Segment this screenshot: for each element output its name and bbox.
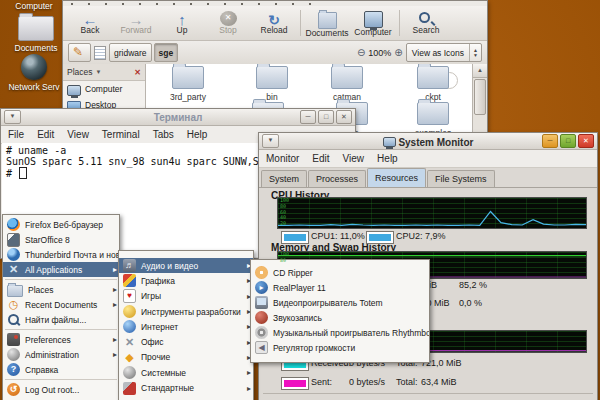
menu-main-item-7[interactable]: Найти файлы...	[3, 312, 119, 327]
minimize-button[interactable]: ─	[300, 110, 316, 124]
scrollbar-thumb[interactable]	[474, 79, 486, 115]
folder-icon	[417, 66, 449, 89]
scroll-up-icon[interactable]: ▲	[473, 64, 487, 78]
tab-resources[interactable]: Resources	[367, 168, 426, 187]
menu-audio-item-4[interactable]: Музыкальный проигрыватель Rhythmbox	[251, 325, 429, 340]
menu-apps-item-0[interactable]: Аудио и видео▸	[119, 258, 253, 273]
menu-main-item-6[interactable]: Recent Documents▸	[3, 297, 119, 312]
menu-apps-item-6[interactable]: Прочие▸	[119, 350, 253, 365]
desktop-icon-label: Computer	[15, 1, 52, 11]
menu-main-item-5[interactable]: Places▸	[3, 282, 119, 297]
monitor-menu-view[interactable]: View	[343, 153, 365, 164]
toolbar-button-stop[interactable]: Stop	[205, 11, 251, 35]
menu-main-item-0[interactable]: Firefox Веб-браузер	[3, 217, 119, 232]
graphics-icon	[123, 274, 136, 287]
back-icon	[82, 11, 99, 26]
close-button[interactable]: ✕	[578, 134, 594, 148]
monitor-menu-help[interactable]: Help	[377, 153, 398, 164]
menu-item-label: Интернет	[141, 322, 178, 332]
terminal-titlebar[interactable]: ▼ Терминал ─ □ ✕	[1, 109, 355, 126]
terminal-cursor	[19, 167, 27, 179]
menu-apps-item-2[interactable]: Игры▸	[119, 289, 253, 304]
minimize-button[interactable]: ─	[542, 134, 558, 148]
terminal-menu-edit[interactable]: Edit	[37, 129, 54, 140]
path-button-sge[interactable]: sge	[154, 43, 179, 62]
menu-main-item-11[interactable]: Справка	[3, 362, 119, 377]
menu-main-item-2[interactable]: Thunderbird Почта и новости	[3, 247, 119, 262]
toolbar-button-computer[interactable]: Computer	[350, 9, 396, 37]
recent-documents-icon	[7, 298, 20, 311]
toolbar-button-up[interactable]: Up	[159, 11, 205, 35]
notes-icon[interactable]	[94, 46, 106, 60]
maximize-button[interactable]: □	[318, 110, 334, 124]
edit-location-button[interactable]	[68, 43, 91, 62]
menu-apps-item-7[interactable]: Системные▸	[119, 365, 253, 380]
sidebar-item-computer[interactable]: Computer	[63, 81, 145, 97]
menu-apps-item-3[interactable]: Инструменты разработки▸	[119, 304, 253, 319]
monitor-menu-monitor[interactable]: Monitor	[266, 153, 299, 164]
tab-system[interactable]: System	[261, 170, 307, 187]
window-menu-icon[interactable]: ▼	[4, 110, 21, 124]
menu-audio-item-5[interactable]: Регулятор громкости	[251, 340, 429, 355]
submenu-arrow-icon: ▸	[113, 335, 117, 344]
toolbar-button-documents[interactable]: Documents	[304, 9, 350, 38]
desktop-icon-0[interactable]: Computer	[6, 0, 62, 11]
desktop-icon-2[interactable]: Network Serv	[6, 54, 62, 92]
folder-catman[interactable]: catman	[315, 66, 379, 102]
toolbar-button-label: Documents	[306, 29, 349, 38]
places-header[interactable]: Places ▼ ✕	[63, 64, 145, 81]
folder-bin[interactable]: bin	[240, 66, 304, 102]
menu-audio-item-0[interactable]: CD Ripper	[251, 265, 429, 280]
window-menu-icon[interactable]: ▼	[262, 134, 279, 148]
menu-item-label: CD Ripper	[273, 268, 313, 278]
tab-processes[interactable]: Processes	[308, 170, 366, 187]
preferences-icon	[7, 333, 20, 346]
close-button[interactable]: ✕	[336, 110, 352, 124]
menu-main-item-3[interactable]: All Applications▸	[3, 262, 119, 277]
path-button-gridware[interactable]: gridware	[109, 43, 152, 62]
zoom-in-icon[interactable]: ⊕	[394, 48, 402, 58]
tab-file-systems[interactable]: File Systems	[427, 170, 495, 187]
menu-main-item-9[interactable]: Preferences▸	[3, 332, 119, 347]
menu-main-item-1[interactable]: StarOffice 8	[3, 232, 119, 247]
menu-audio-item-2[interactable]: Видеопроигрыватель Totem	[251, 295, 429, 310]
terminal-menu-help[interactable]: Help	[187, 129, 208, 140]
folder-3rd_party[interactable]: 3rd_party	[156, 66, 220, 102]
toolbar-button-search[interactable]: Search	[403, 11, 449, 35]
terminal-menu-tabs[interactable]: Tabs	[153, 129, 174, 140]
folder-icon	[417, 102, 449, 125]
menu-item-label: Справка	[25, 365, 58, 375]
terminal-menu-file[interactable]: File	[8, 129, 24, 140]
toolbar-button-back[interactable]: Back	[67, 11, 113, 35]
toolbar-button-forward[interactable]: Forward	[113, 11, 159, 35]
toolbar-button-reload[interactable]: Reload	[251, 11, 297, 35]
menu-item-label: StarOffice 8	[25, 235, 70, 245]
menu-apps-item-4[interactable]: Интернет▸	[119, 319, 253, 334]
accessories-icon	[123, 382, 136, 395]
firefox-icon	[7, 218, 20, 231]
graph-ticks: 10080604020	[280, 198, 289, 227]
menu-main-item-10[interactable]: Administration▸	[3, 347, 119, 362]
desktop-icon-1[interactable]: Documents	[8, 16, 64, 53]
terminal-menu-terminal[interactable]: Terminal	[102, 129, 140, 140]
cpu2-swatch	[366, 231, 394, 244]
monitor-menu-edit[interactable]: Edit	[312, 153, 329, 164]
system-monitor-titlebar[interactable]: ▼ System Monitor ─ □ ✕	[259, 133, 597, 150]
view-mode-select[interactable]: View as Icons ▲▼	[406, 43, 482, 62]
folder-ckpt[interactable]: ckpt	[401, 66, 465, 102]
sent-legend-1: 0 bytes/s	[349, 377, 385, 387]
menu-item-label: Аудио и видео	[141, 261, 198, 271]
menu-apps-item-1[interactable]: Графика▸	[119, 273, 253, 288]
location-bar: gridwaresge ⊖ 100% ⊕ View as Icons ▲▼	[63, 41, 487, 65]
menu-audio-item-1[interactable]: RealPlayer 11	[251, 280, 429, 295]
menu-apps-item-8[interactable]: Стандартные▸	[119, 380, 253, 395]
menu-apps-item-5[interactable]: Офис▸	[119, 334, 253, 349]
terminal-menu-view[interactable]: View	[67, 129, 89, 140]
maximize-button[interactable]: □	[560, 134, 576, 148]
menu-main-item-13[interactable]: Log Out root...	[3, 382, 119, 397]
menu-item-label: Places	[28, 285, 54, 295]
menu-audio-item-3[interactable]: Звукозапись	[251, 310, 429, 325]
staroffice-icon	[7, 233, 20, 247]
zoom-out-icon[interactable]: ⊖	[357, 48, 365, 58]
close-sidebar-icon[interactable]: ✕	[134, 68, 141, 77]
